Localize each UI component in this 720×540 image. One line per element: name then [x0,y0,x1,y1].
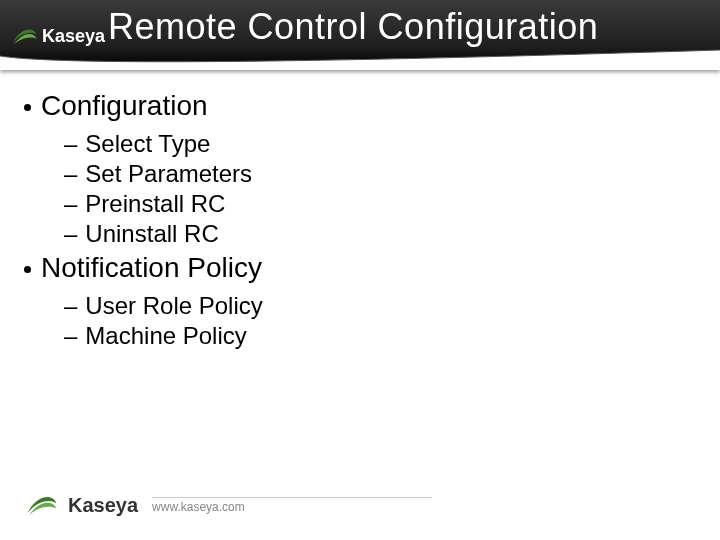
header-brand-text: Kaseya [42,26,105,47]
dash-icon: – [64,190,77,218]
slide: Kaseya Remote Control Configuration Conf… [0,0,720,540]
slide-title: Remote Control Configuration [108,6,598,48]
dash-icon: – [64,322,77,350]
subbullet: –Machine Policy [64,322,696,350]
footer: Kaseya www.kaseya.com [24,488,432,522]
subbullet: –Uninstall RC [64,220,696,248]
bullet-configuration: Configuration [24,90,696,122]
slide-body: Configuration –Select Type –Set Paramete… [24,86,696,352]
subbullet-label: Select Type [85,130,210,158]
footer-brand-text: Kaseya [68,494,138,517]
subbullet: –Set Parameters [64,160,696,188]
subbullet: –User Role Policy [64,292,696,320]
kaseya-swoosh-icon [24,488,58,522]
dash-icon: – [64,160,77,188]
dash-icon: – [64,292,77,320]
subbullet: –Select Type [64,130,696,158]
bullet-label: Configuration [41,90,208,122]
bullet-notification-policy: Notification Policy [24,252,696,284]
subbullet: –Preinstall RC [64,190,696,218]
bullet-dot-icon [24,266,31,273]
dash-icon: – [64,130,77,158]
subbullet-label: Preinstall RC [85,190,225,218]
subbullet-label: Uninstall RC [85,220,218,248]
bullet-dot-icon [24,104,31,111]
subbullet-label: User Role Policy [85,292,262,320]
subbullet-label: Set Parameters [85,160,252,188]
subbullet-label: Machine Policy [85,322,246,350]
footer-url: www.kaseya.com [152,497,432,514]
dash-icon: – [64,220,77,248]
header-curve [0,46,720,70]
bullet-label: Notification Policy [41,252,262,284]
